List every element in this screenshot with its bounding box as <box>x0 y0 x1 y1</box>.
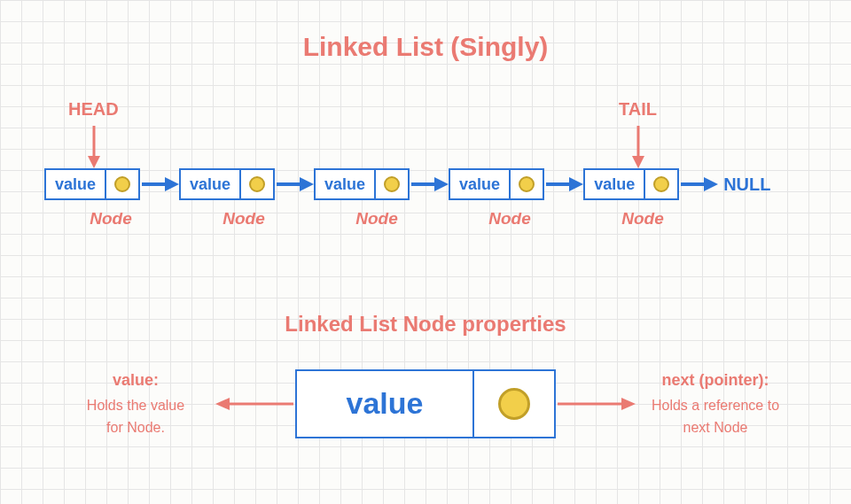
next-arrow-icon <box>140 168 179 200</box>
node-caption: Node <box>310 209 443 229</box>
node-pointer-cell <box>106 170 138 198</box>
list-node: value <box>44 168 140 200</box>
head-label: HEAD <box>68 99 119 120</box>
diagram-title: Linked List (Singly) <box>0 32 851 62</box>
pointer-dot-icon <box>249 176 265 192</box>
head-arrow-down-icon <box>85 124 103 168</box>
node-value-cell: value <box>450 170 511 198</box>
svg-marker-17 <box>621 398 636 410</box>
node-pointer-cell <box>376 170 408 198</box>
node-value-cell: value <box>316 170 376 198</box>
next-description: next (pointer): Holds a reference to nex… <box>636 368 795 438</box>
svg-marker-5 <box>165 177 179 191</box>
arrow-right-icon <box>556 391 636 417</box>
tail-label: TAIL <box>619 99 657 120</box>
node-value-cell: value <box>181 170 241 198</box>
node-caption: Node <box>576 209 709 229</box>
svg-marker-1 <box>88 156 100 168</box>
next-arrow-icon <box>544 168 583 200</box>
arrow-left-icon <box>215 391 295 417</box>
next-arrow-icon <box>275 168 314 200</box>
next-desc-header: next (pointer): <box>636 368 795 393</box>
list-node: value <box>583 168 679 200</box>
svg-marker-9 <box>434 177 449 191</box>
node-caption: Node <box>44 209 177 229</box>
pointer-dot-icon <box>653 176 669 192</box>
node-caption: Node <box>443 209 576 229</box>
list-node: value <box>179 168 275 200</box>
big-node-value-cell: value <box>297 371 474 437</box>
value-desc-line1: Holds the value <box>87 398 184 413</box>
big-node-pointer-cell <box>474 371 554 437</box>
pointer-dot-icon <box>114 176 130 192</box>
node-caption: Node <box>177 209 310 229</box>
node-pointer-cell <box>645 170 677 198</box>
next-desc-line1: Holds a reference to <box>652 398 779 413</box>
list-node: value <box>449 168 544 200</box>
svg-marker-11 <box>569 177 583 191</box>
svg-marker-7 <box>300 177 314 191</box>
node-value-cell: value <box>585 170 645 198</box>
node-pointer-cell <box>241 170 273 198</box>
pointer-dot-icon <box>498 388 530 420</box>
value-description: value: Holds the value for Node. <box>56 368 215 438</box>
value-desc-line2: for Node. <box>106 420 165 435</box>
next-arrow-icon <box>679 168 718 200</box>
null-terminator: NULL <box>718 174 770 195</box>
svg-marker-3 <box>632 156 644 168</box>
list-node: value <box>314 168 410 200</box>
node-value-cell: value <box>46 170 106 198</box>
pointer-dot-icon <box>519 176 535 192</box>
node-properties-row: value: Holds the value for Node. value n… <box>0 368 851 438</box>
svg-marker-13 <box>704 177 718 191</box>
next-desc-line2: next Node <box>683 420 748 435</box>
node-caption-row: NodeNodeNodeNodeNode <box>44 209 709 229</box>
pointer-dot-icon <box>384 176 400 192</box>
tail-arrow-down-icon <box>629 124 647 168</box>
node-properties-title: Linked List Node properties <box>0 312 851 337</box>
next-arrow-icon <box>410 168 449 200</box>
big-node: value <box>295 369 556 438</box>
value-desc-header: value: <box>56 368 215 393</box>
node-pointer-cell <box>511 170 543 198</box>
svg-marker-15 <box>215 398 230 410</box>
linked-list-row: valuevaluevaluevaluevalueNULL <box>44 168 816 200</box>
